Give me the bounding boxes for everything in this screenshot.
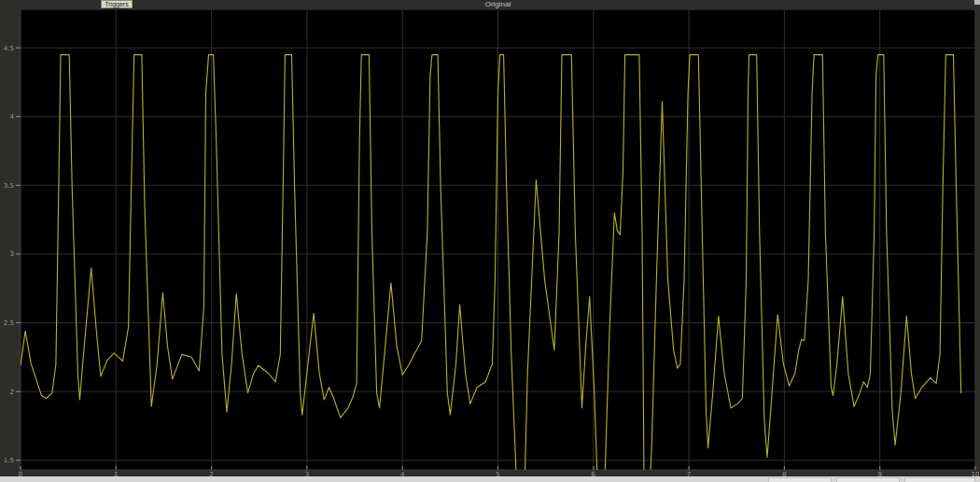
y-tick-label: 3.5 [4, 182, 14, 190]
plot-title: Original [21, 0, 975, 9]
triggers-button[interactable]: Triggers [101, 0, 133, 8]
y-tick-label: 2.5 [4, 319, 14, 327]
scrollbar-corner [974, 0, 980, 5]
y-tick-label: 2 [10, 389, 14, 396]
y-tick-label: 4 [10, 113, 15, 120]
scope-plot-canvas[interactable]: 0123456789101.522.533.544.5 [0, 0, 980, 482]
bottom-button-3[interactable] [904, 477, 975, 482]
bottom-button-1[interactable] [768, 477, 832, 482]
scope-toolbar: Original [0, 0, 980, 9]
scope-window: 0123456789101.522.533.544.5 Original Tri… [0, 0, 980, 482]
bottom-strip [0, 476, 980, 482]
bottom-button-2[interactable] [836, 477, 900, 482]
y-tick-label: 1.5 [4, 457, 14, 464]
y-tick-label: 3 [10, 250, 14, 258]
y-tick-label: 4.5 [4, 45, 14, 52]
